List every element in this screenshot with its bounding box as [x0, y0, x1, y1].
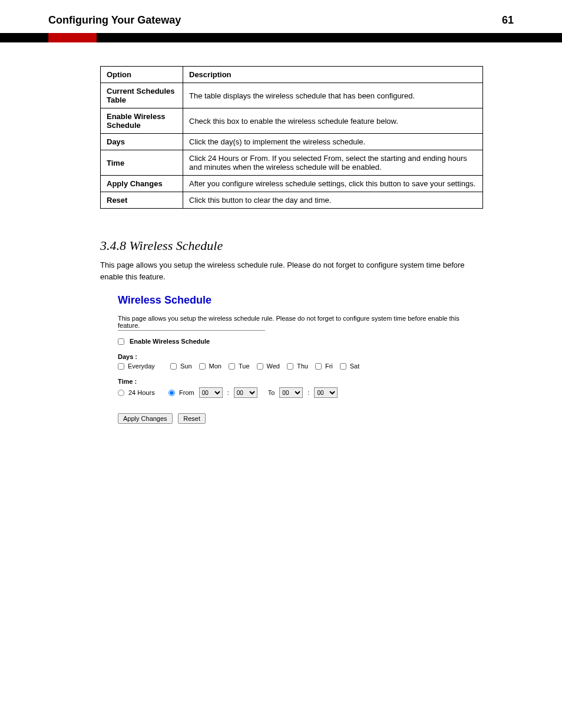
day-thu[interactable]: Thu — [287, 363, 308, 370]
time-from[interactable]: From — [168, 389, 194, 396]
table-row: Apply Changes After you configure wirele… — [101, 176, 483, 192]
param-name: Apply Changes — [101, 176, 183, 192]
from-hour-select[interactable]: 00 — [199, 387, 223, 398]
wireless-schedule-screenshot: Wireless Schedule This page allows you s… — [100, 294, 477, 436]
day-everyday[interactable]: Everyday — [118, 363, 163, 370]
enable-wireless-schedule-label: Enable Wireless Schedule — [130, 338, 210, 345]
param-name: Time — [101, 150, 183, 176]
param-desc: After you configure wireless schedule se… — [183, 176, 483, 192]
screenshot-title: Wireless Schedule — [118, 294, 459, 307]
param-desc: Click 24 Hours or From. If you selected … — [183, 150, 483, 176]
table-row: Days Click the day(s) to implement the w… — [101, 134, 483, 150]
day-fri[interactable]: Fri — [315, 363, 333, 370]
table-header-description: Description — [183, 67, 483, 83]
reset-button[interactable]: Reset — [178, 413, 206, 424]
param-name: Days — [101, 134, 183, 150]
day-tue[interactable]: Tue — [229, 363, 250, 370]
apply-changes-button[interactable]: Apply Changes — [118, 413, 173, 424]
param-name: Enable Wireless Schedule — [101, 108, 183, 134]
day-wed-checkbox[interactable] — [257, 363, 263, 370]
section-intro: This page allows you setup the wireless … — [100, 259, 477, 282]
day-sat[interactable]: Sat — [340, 363, 360, 370]
screenshot-intro: This page allows you setup the wireless … — [118, 315, 459, 329]
param-desc: Click this button to clear the day and t… — [183, 192, 483, 209]
time-24hours[interactable]: 24 Hours — [118, 389, 164, 396]
day-thu-checkbox[interactable] — [287, 363, 293, 370]
day-mon[interactable]: Mon — [199, 363, 222, 370]
time-24hours-radio[interactable] — [118, 390, 124, 396]
day-sun[interactable]: Sun — [170, 363, 192, 370]
day-wed[interactable]: Wed — [257, 363, 280, 370]
table-row: Current Schedules Table The table displa… — [101, 83, 483, 108]
enable-wireless-schedule-checkbox[interactable] — [118, 338, 124, 345]
day-everyday-checkbox[interactable] — [118, 363, 124, 370]
param-name: Reset — [101, 192, 183, 209]
day-sat-checkbox[interactable] — [340, 363, 346, 370]
header-bar — [0, 33, 562, 42]
param-desc: The table displays the wireless schedule… — [183, 83, 483, 108]
time-from-radio[interactable] — [168, 390, 175, 396]
page-section-title: Configuring Your Gateway — [48, 14, 181, 27]
day-tue-checkbox[interactable] — [229, 363, 235, 370]
table-row: Enable Wireless Schedule Check this box … — [101, 108, 483, 134]
param-desc: Check this box to enable the wireless sc… — [183, 108, 483, 134]
divider — [118, 330, 265, 331]
param-desc: Click the day(s) to implement the wirele… — [183, 134, 483, 150]
days-label: Days : — [118, 353, 459, 360]
to-hour-select[interactable]: 00 — [279, 387, 303, 398]
day-fri-checkbox[interactable] — [315, 363, 322, 370]
time-label: Time : — [118, 378, 459, 385]
param-name: Current Schedules Table — [101, 83, 183, 108]
day-mon-checkbox[interactable] — [199, 363, 206, 370]
parameters-table: Option Description Current Schedules Tab… — [100, 66, 483, 209]
time-to-label: To — [268, 389, 275, 396]
page-number: 61 — [502, 14, 514, 27]
table-row: Time Click 24 Hours or From. If you sele… — [101, 150, 483, 176]
colon-sep: : — [308, 389, 309, 396]
to-min-select[interactable]: 00 — [314, 387, 338, 398]
table-header-option: Option — [101, 67, 183, 83]
section-heading: 3.4.8 Wireless Schedule — [100, 238, 515, 253]
colon-sep: : — [227, 389, 229, 396]
table-row: Reset Click this button to clear the day… — [101, 192, 483, 209]
from-min-select[interactable]: 00 — [234, 387, 257, 398]
day-sun-checkbox[interactable] — [170, 363, 177, 370]
